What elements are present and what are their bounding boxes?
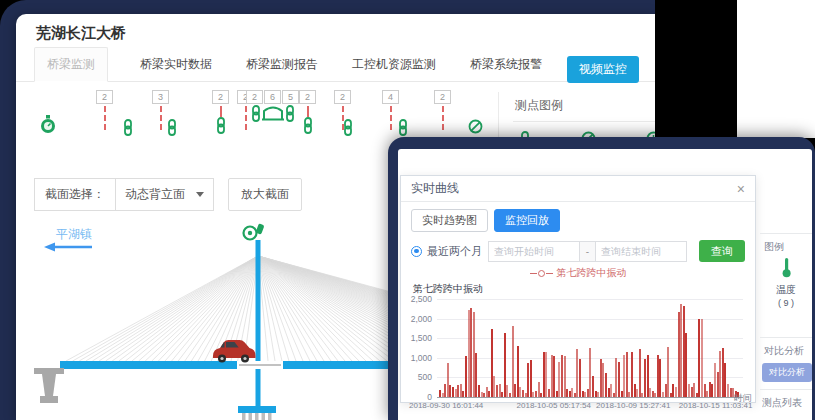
thermometer-icon — [780, 264, 793, 281]
x-axis: 时间 2018-09-30 16:01:442018-10-05 05:17:5… — [437, 399, 743, 411]
compare-analysis-button[interactable]: 对比分析 — [762, 363, 812, 382]
sensor-dash — [220, 106, 222, 117]
chart-bar — [501, 392, 503, 397]
chart-legend[interactable]: 第七跨跨中振动 — [401, 266, 755, 280]
popup-window: 实时曲线 × 实时趋势图监控回放 最近两个月 - 查询 第七跨跨中振动 第七跨跨… — [388, 137, 815, 420]
end-time-input[interactable] — [595, 241, 687, 262]
point-list-label: 测点列表 — [760, 389, 812, 410]
dialog-tab-bar: 实时趋势图监控回放 — [401, 202, 755, 232]
bridge-sensor-icon[interactable] — [262, 106, 284, 121]
dialog-tab-0[interactable]: 实时趋势图 — [411, 209, 488, 232]
stopwatch-icon[interactable] — [40, 115, 56, 134]
bridge-side-label: 平湖镇 — [56, 227, 92, 241]
sensor-item-link — [342, 90, 354, 136]
chart-bar — [670, 393, 672, 397]
compare-section-label: 对比分析 — [760, 337, 812, 358]
background-window-fragment — [737, 0, 815, 138]
y-tick-label: 2,000 — [411, 314, 432, 324]
chart-bar — [488, 391, 490, 397]
section-select-label: 截面选择： — [34, 178, 116, 211]
date-separator: - — [580, 241, 595, 262]
main-tab-0[interactable]: 桥梁监测 — [34, 47, 108, 82]
main-tab-2[interactable]: 桥梁监测报告 — [244, 48, 320, 81]
sensor-dash — [442, 106, 444, 130]
chart-bar — [631, 352, 633, 397]
link-icon[interactable] — [122, 119, 134, 136]
temperature-point[interactable]: 温度 ( 9 ) — [760, 257, 812, 308]
link-icon[interactable] — [284, 105, 296, 122]
sensor-count-badge: 2 — [299, 90, 316, 104]
sensor-count-badge: 2 — [212, 90, 229, 104]
chart-bar — [527, 363, 529, 397]
chart-bar — [475, 353, 477, 397]
chart-bar — [722, 348, 724, 397]
chart-bar — [709, 382, 711, 397]
chart-title: 第七跨跨中振动 — [413, 282, 755, 296]
chart-bar — [626, 352, 628, 397]
radio-last-two-months[interactable] — [411, 246, 422, 257]
chart-bar — [644, 359, 646, 397]
chart-bar — [579, 359, 581, 397]
link-icon[interactable] — [302, 117, 314, 134]
y-axis: 2,5002,0001,5001,0005000 — [407, 299, 437, 397]
chart-bar — [683, 306, 685, 397]
page-title: 芜湖长江大桥 — [36, 24, 126, 43]
camera-icon[interactable] — [244, 223, 265, 239]
point-legend-title: 测点图例 — [513, 92, 655, 122]
bridge-pier — [34, 368, 64, 403]
main-tab-bar: 桥梁监测桥梁实时数据桥梁监测报告工控机资源监测桥梁系统报警 — [16, 51, 655, 82]
chart-legend-label: 第七跨跨中振动 — [557, 266, 627, 280]
zoom-section-button[interactable]: 放大截面 — [228, 178, 302, 211]
popup-right-sidebar: 图例 温度 ( 9 ) 对比分析 对比分析 测点列表 — [760, 149, 812, 420]
sidebar-legend-label: 图例 — [760, 233, 812, 254]
chart-bar — [696, 393, 698, 397]
chart-bar — [592, 376, 594, 397]
prohibit-icon[interactable] — [468, 119, 483, 134]
x-tick-label: 2018-10-15 11:03:41 — [679, 401, 753, 410]
link-icon[interactable] — [250, 105, 262, 122]
vibration-chart: 2,5002,0001,5001,0005000 — [407, 299, 743, 398]
start-time-input[interactable] — [488, 241, 580, 262]
chart-bar — [540, 393, 542, 397]
dialog-tab-1[interactable]: 监控回放 — [494, 209, 560, 232]
chart-bar — [605, 373, 607, 397]
query-button[interactable]: 查询 — [699, 240, 745, 262]
dialog-header: 实时曲线 × — [401, 176, 755, 202]
link-icon[interactable] — [166, 119, 178, 136]
popup-window-content: 实时曲线 × 实时趋势图监控回放 最近两个月 - 查询 第七跨跨中振动 第七跨跨… — [398, 149, 812, 420]
sensor-item-cluster: 265 — [246, 90, 299, 122]
chart-bar — [657, 355, 659, 397]
bar-series — [439, 299, 741, 397]
chart-bar — [449, 385, 451, 397]
sensor-dash — [160, 106, 162, 130]
legend-marker-icon — [530, 270, 553, 277]
thermometer-icon — [780, 264, 793, 281]
chevron-down-icon — [196, 192, 204, 197]
close-icon[interactable]: × — [737, 182, 745, 196]
main-tab-4[interactable]: 桥梁系统报警 — [468, 48, 544, 81]
link-icon[interactable] — [397, 119, 409, 136]
video-monitor-button[interactable]: 视频监控 — [567, 56, 639, 83]
dialog-title: 实时曲线 — [411, 180, 459, 197]
y-tick-label: 1,500 — [411, 333, 432, 343]
chart-bar — [639, 349, 641, 397]
radio-label: 最近两个月 — [427, 244, 482, 259]
link-icon[interactable] — [342, 119, 354, 136]
sensor-item-dash: 2 — [434, 90, 451, 130]
main-tab-3[interactable]: 工控机资源监测 — [350, 48, 438, 81]
sensor-count-badge: 2 — [96, 90, 113, 104]
chart-bar — [667, 347, 669, 397]
link-icon[interactable] — [215, 117, 227, 134]
sensor-count-badge: 5 — [282, 90, 299, 104]
sensor-count-badge: 2 — [434, 90, 451, 104]
temperature-label: 温度 — [760, 283, 812, 297]
y-tick-label: 2,500 — [411, 294, 432, 304]
sensor-item-dashlink: 2 — [212, 90, 229, 134]
sensor-dash — [307, 106, 309, 117]
section-controls: 截面选择： 动态背立面 放大截面 — [34, 178, 302, 211]
section-select[interactable]: 动态背立面 — [116, 178, 214, 211]
sensor-dash — [390, 106, 392, 130]
main-tab-1[interactable]: 桥梁实时数据 — [138, 48, 214, 81]
sensor-count-badge: 6 — [264, 90, 281, 104]
sensor-item-prohibit — [468, 90, 483, 134]
